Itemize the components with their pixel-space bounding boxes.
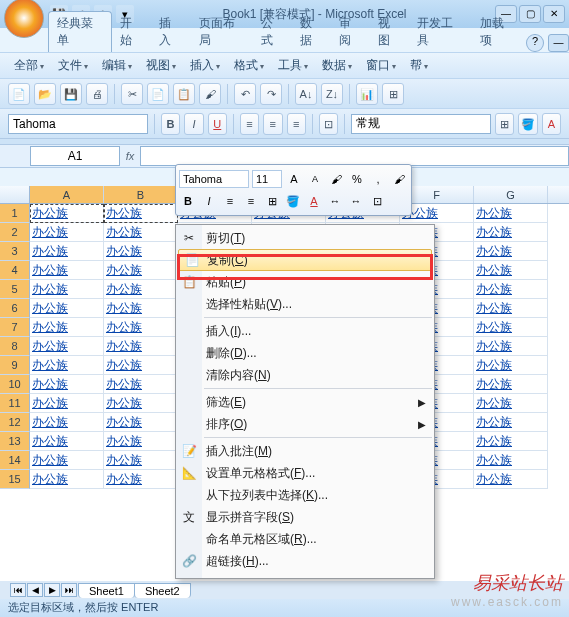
cell-A3[interactable]: 办公族 [30,242,104,261]
grow-font-icon[interactable]: A [285,170,303,188]
cell-B8[interactable]: 办公族 [104,337,178,356]
format-painter-mini-icon[interactable]: 🖌 [390,170,408,188]
paste-icon[interactable]: 📋 [173,83,195,105]
cell-A9[interactable]: 办公族 [30,356,104,375]
context-item-10[interactable]: 排序(O)▶ [176,413,434,435]
align-right-icon[interactable]: ≡ [287,113,306,135]
row-header-14[interactable]: 14 [0,451,30,470]
doc-minimize[interactable]: — [548,34,569,52]
cell-A8[interactable]: 办公族 [30,337,104,356]
mini-merge[interactable]: ⊡ [368,192,386,210]
undo-icon[interactable]: ↶ [234,83,256,105]
cell-G7[interactable]: 办公族 [474,318,548,337]
menu-6[interactable]: 工具▾ [272,55,314,76]
menu-8[interactable]: 窗口▾ [360,55,402,76]
row-header-7[interactable]: 7 [0,318,30,337]
mini-bold[interactable]: B [179,192,197,210]
row-header-15[interactable]: 15 [0,470,30,489]
row-header-8[interactable]: 8 [0,337,30,356]
context-item-1[interactable]: 📄复制(C) [178,249,432,271]
menu-3[interactable]: 视图▾ [140,55,182,76]
cell-G2[interactable]: 办公族 [474,223,548,242]
align-left-icon[interactable]: ≡ [240,113,259,135]
mini-dec-dec[interactable]: ↔ [347,192,365,210]
cell-G4[interactable]: 办公族 [474,261,548,280]
row-header-4[interactable]: 4 [0,261,30,280]
tab-nav-prev[interactable]: ◀ [27,583,43,597]
row-header-1[interactable]: 1 [0,204,30,223]
col-header-G[interactable]: G [474,186,548,203]
merge-icon[interactable]: ⊡ [319,113,338,135]
save-icon[interactable]: 💾 [60,83,82,105]
ribbon-tab-5[interactable]: 数据 [292,12,331,52]
open-icon[interactable]: 📂 [34,83,56,105]
mini-italic[interactable]: I [200,192,218,210]
bold-button[interactable]: B [161,113,180,135]
context-item-13[interactable]: 📐设置单元格格式(F)... [176,462,434,484]
cell-B1[interactable]: 办公族 [104,204,178,223]
col-header-B[interactable]: B [104,186,178,203]
tab-nav-first[interactable]: ⏮ [10,583,26,597]
context-item-15[interactable]: 文显示拼音字段(S) [176,506,434,528]
context-item-5[interactable]: 插入(I)... [176,320,434,342]
mini-align-right[interactable]: ≡ [242,192,260,210]
sort-asc-icon[interactable]: A↓ [295,83,317,105]
format-painter-icon[interactable]: 🖌 [199,83,221,105]
border-icon[interactable]: ⊞ [495,113,514,135]
cell-A1[interactable]: 办公族 [30,204,104,223]
underline-button[interactable]: U [208,113,227,135]
cell-G3[interactable]: 办公族 [474,242,548,261]
cell-B5[interactable]: 办公族 [104,280,178,299]
cell-G5[interactable]: 办公族 [474,280,548,299]
sheet-tab-Sheet2[interactable]: Sheet2 [134,583,191,598]
context-item-12[interactable]: 📝插入批注(M) [176,440,434,462]
print-icon[interactable]: 🖨 [86,83,108,105]
col-header-A[interactable]: A [30,186,104,203]
percent-icon[interactable]: % [348,170,366,188]
chart-icon[interactable]: 📊 [356,83,378,105]
cell-G9[interactable]: 办公族 [474,356,548,375]
shrink-font-icon[interactable]: A [306,170,324,188]
menu-4[interactable]: 插入▾ [184,55,226,76]
mini-border[interactable]: ⊞ [263,192,281,210]
comma-icon[interactable]: , [369,170,387,188]
cell-B10[interactable]: 办公族 [104,375,178,394]
row-header-2[interactable]: 2 [0,223,30,242]
menu-1[interactable]: 文件▾ [52,55,94,76]
ribbon-tab-7[interactable]: 视图 [370,12,409,52]
menu-9[interactable]: 帮▾ [404,55,434,76]
font-color-icon[interactable]: A [542,113,561,135]
cell-B14[interactable]: 办公族 [104,451,178,470]
ribbon-tab-4[interactable]: 公式 [253,12,292,52]
ribbon-tab-8[interactable]: 开发工具 [409,12,471,52]
fill-color-icon[interactable]: 🪣 [518,113,537,135]
cell-B12[interactable]: 办公族 [104,413,178,432]
close-button[interactable]: ✕ [543,5,565,23]
cell-G14[interactable]: 办公族 [474,451,548,470]
name-box[interactable]: A1 [30,146,120,166]
formula-input[interactable] [140,146,569,166]
ribbon-tab-2[interactable]: 插入 [151,12,190,52]
cell-A5[interactable]: 办公族 [30,280,104,299]
ribbon-tab-3[interactable]: 页面布局 [191,12,253,52]
context-item-7[interactable]: 清除内容(N) [176,364,434,386]
row-header-6[interactable]: 6 [0,299,30,318]
menu-0[interactable]: 全部▾ [8,55,50,76]
cell-G6[interactable]: 办公族 [474,299,548,318]
redo-icon[interactable]: ↷ [260,83,282,105]
ribbon-tab-0[interactable]: 经典菜单 [48,11,112,52]
mini-font-select[interactable] [179,170,249,188]
context-item-17[interactable]: 🔗超链接(H)... [176,550,434,572]
context-item-16[interactable]: 命名单元格区域(R)... [176,528,434,550]
cell-A11[interactable]: 办公族 [30,394,104,413]
mini-fill[interactable]: 🪣 [284,192,302,210]
font-select[interactable] [8,114,148,134]
row-header-10[interactable]: 10 [0,375,30,394]
italic-button[interactable]: I [184,113,203,135]
select-all-corner[interactable] [0,186,30,203]
cell-B9[interactable]: 办公族 [104,356,178,375]
cell-G1[interactable]: 办公族 [474,204,548,223]
cell-B7[interactable]: 办公族 [104,318,178,337]
cell-B6[interactable]: 办公族 [104,299,178,318]
context-item-9[interactable]: 筛选(E)▶ [176,391,434,413]
